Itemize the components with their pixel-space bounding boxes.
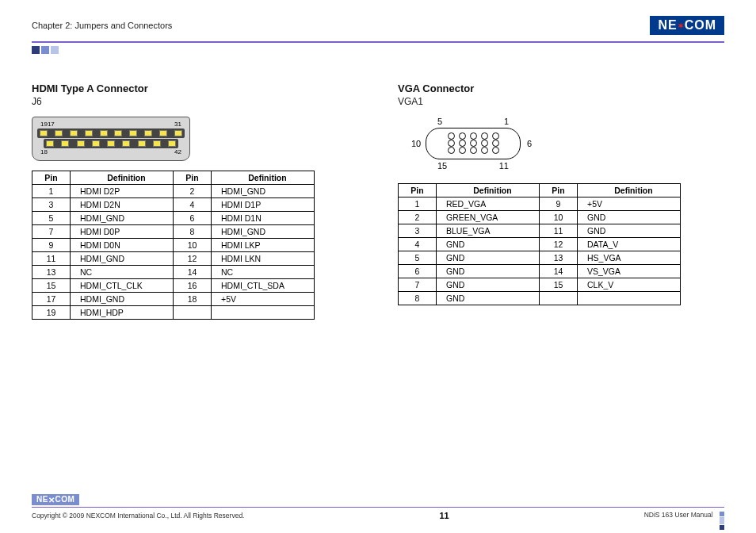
decorative-squares [32,46,724,54]
th-def: Definition [437,184,540,197]
cell-definition: GND [437,251,540,265]
cell-definition: GND [578,224,681,238]
manual-name-text: NDiS 163 User Manual [644,511,713,519]
page-header: Chapter 2: Jumpers and Connectors NE✶COM [32,14,724,36]
logo-x-icon: ✶ [678,21,685,30]
vga-pin-label: 11 [499,161,509,171]
table-row: 7HDMI D0P8HDMI_GND [32,225,315,239]
cell-pin: 1 [399,197,437,211]
cell-pin: 4 [399,238,437,251]
vga-pin-label: 5 [437,117,442,126]
hdmi-section: HDMI Type A Connector J6 19 17 3 1 18 [32,82,358,320]
vga-pin-label: 6 [527,139,532,148]
cell-pin: 11 [540,224,578,238]
copyright-text: Copyright © 2009 NEXCOM International Co… [32,512,244,520]
cell-pin: 9 [32,239,71,252]
table-header-row: Pin Definition Pin Definition [399,184,681,197]
header-divider [32,41,724,43]
cell-definition: GND [437,292,540,305]
cell-definition: HDMI D2P [71,185,174,198]
vga-connector-diagram: 5 1 10 6 15 [406,117,540,171]
hdmi-title: HDMI Type A Connector [32,82,358,94]
hdmi-pin-row-top [37,128,185,138]
th-def: Definition [71,171,174,185]
table-row: 4GND12DATA_V [399,238,681,251]
vga-pin-label: 10 [411,139,421,148]
cell-definition: GREEN_VGA [437,211,540,224]
cell-pin: 2 [174,185,212,198]
logo-part-2: COM [55,495,74,504]
table-row: 17HDMI_GND18+5V [32,293,315,306]
th-pin: Pin [399,184,437,197]
cell-definition: GND [437,238,540,251]
hdmi-pin-label: 19 [40,121,48,128]
vga-section: VGA Connector VGA1 5 1 10 6 [398,82,724,320]
cell-pin: 5 [399,251,437,265]
manual-name: NDiS 163 User Manual [644,510,724,520]
cell-pin: 9 [540,197,578,211]
vga-pin-label: 15 [437,161,447,171]
cell-pin: 12 [174,252,212,266]
cell-definition: HDMI D0N [71,239,174,252]
cell-definition: HDMI_GND [71,212,174,225]
cell-definition: HDMI LKP [212,239,315,252]
th-pin: Pin [174,171,212,185]
table-row: 2GREEN_VGA10GND [399,211,681,224]
chapter-title: Chapter 2: Jumpers and Connectors [32,21,172,30]
hdmi-pinout-table: Pin Definition Pin Definition 1HDMI D2P2… [32,171,315,320]
table-row: 1RED_VGA9+5V [399,197,681,211]
page-number: 11 [439,511,449,520]
cell-definition: +5V [578,197,681,211]
hdmi-pin-label: 2 [178,148,181,155]
hdmi-designator: J6 [32,96,358,107]
logo-part-1: NE [36,495,48,504]
table-row: 9HDMI D0N10HDMI LKP [32,239,315,252]
cell-pin: 10 [174,239,212,252]
cell-definition: NC [212,266,315,279]
cell-definition: NC [71,266,174,279]
cell-pin: 7 [399,278,437,292]
cell-pin: 6 [174,212,212,225]
hdmi-pin-label: 1 [178,121,181,128]
cell-pin: 8 [399,292,437,305]
cell-definition: HDMI_GND [71,252,174,266]
table-row: 8GND [399,292,681,305]
cell-pin: 2 [399,211,437,224]
cell-pin: 15 [540,278,578,292]
table-row: 3BLUE_VGA11GND [399,224,681,238]
hdmi-pin-label: 18 [40,148,48,155]
cell-pin: 1 [32,185,71,198]
footer-nexcom-logo: NE✕COM [32,494,79,505]
cell-definition: DATA_V [578,238,681,251]
cell-definition: HDMI D1P [212,198,315,212]
cell-pin: 13 [32,266,71,279]
cell-pin: 17 [32,293,71,306]
cell-definition: HDMI D2N [71,198,174,212]
nexcom-logo: NE✶COM [650,16,724,35]
table-row: 7GND15CLK_V [399,278,681,292]
cell-definition: HDMI LKN [212,252,315,266]
cell-definition: HDMI D1N [212,212,315,225]
cell-definition: HDMI_GND [212,225,315,239]
table-row: 11HDMI_GND12HDMI LKN [32,252,315,266]
logo-part-2: COM [685,18,716,33]
table-row: 19HDMI_HDP [32,306,315,320]
vga-pin-row [434,140,512,147]
page-footer: NE✕COM Copyright © 2009 NEXCOM Internati… [32,491,724,520]
cell-pin: 18 [174,293,212,306]
cell-pin: 5 [32,212,71,225]
th-pin: Pin [540,184,578,197]
main-content: HDMI Type A Connector J6 19 17 3 1 18 [32,82,724,320]
cell-definition: HDMI_CTL_SDA [212,279,315,293]
table-row: 6GND14VS_VGA [399,265,681,278]
cell-definition [212,306,315,320]
cell-definition: CLK_V [578,278,681,292]
cell-definition: HDMI_GND [71,293,174,306]
cell-definition: HDMI D0P [71,225,174,239]
cell-pin: 4 [174,198,212,212]
footer-divider [32,507,724,508]
logo-part-1: NE [658,18,677,33]
table-row: 13NC14NC [32,266,315,279]
cell-definition: RED_VGA [437,197,540,211]
vga-pin-label: 1 [504,117,509,126]
